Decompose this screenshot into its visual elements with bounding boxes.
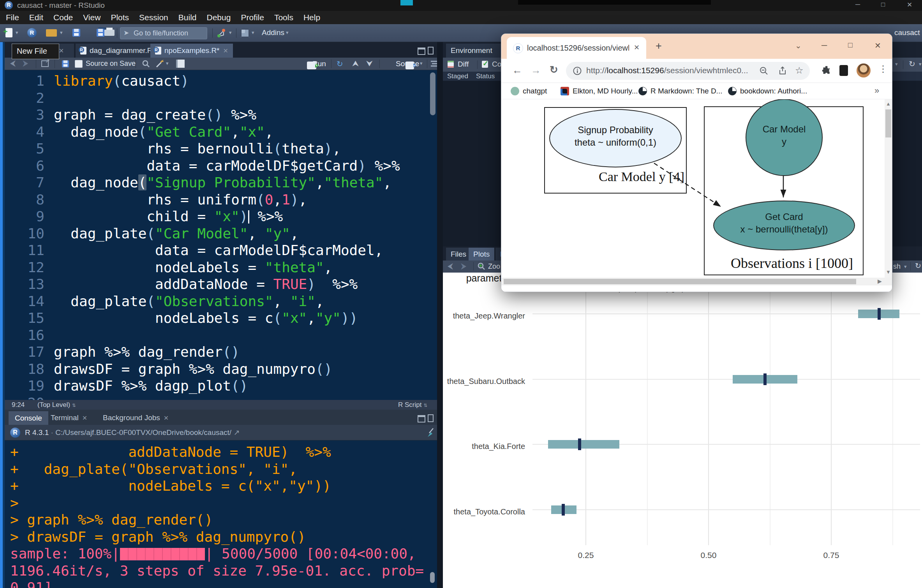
address-bar[interactable]: http://localhost:15296/session/viewhtmle… <box>566 62 810 80</box>
refresh-dropdown-icon[interactable]: ▾ <box>919 61 922 67</box>
print-icon[interactable] <box>104 30 115 36</box>
addins-label[interactable]: Addins <box>262 28 284 37</box>
addins-dropdown-icon[interactable]: ▾ <box>286 30 289 35</box>
magic-wand-icon[interactable] <box>155 59 164 69</box>
diff-button[interactable]: Diff <box>458 60 469 69</box>
source-label[interactable]: Source <box>396 60 419 68</box>
source-on-save-checkbox[interactable] <box>75 60 83 68</box>
code-line[interactable]: 7 dag_node("Signup Probability","theta", <box>5 174 437 191</box>
info-icon[interactable] <box>573 67 582 75</box>
menu-tools[interactable]: Tools <box>269 13 298 22</box>
console-scrollbar[interactable] <box>430 572 435 583</box>
browser-hscrollbar[interactable]: ▶ <box>501 278 892 285</box>
clear-console-broom-icon[interactable] <box>425 428 435 438</box>
down-arrow-icon[interactable]: ⮟ <box>366 59 373 68</box>
up-arrow-icon[interactable]: ⮝ <box>352 59 359 68</box>
browser-close-icon[interactable]: ✕ <box>874 41 881 50</box>
console-output[interactable]: + addDataNode = TRUE) %>%+ dag_plate("Ob… <box>5 440 437 588</box>
tab-close-icon[interactable]: ✕ <box>634 43 640 52</box>
close-tab-icon[interactable]: ✕ <box>223 48 228 54</box>
tab-background-jobs[interactable]: Background Jobs✕ <box>103 414 169 422</box>
open-file-icon[interactable] <box>46 29 57 37</box>
scope-selector[interactable]: (Top Level) ⇅ <box>37 401 76 409</box>
code-line[interactable]: 13 addDataNode = TRUE) %>% <box>5 276 437 293</box>
code-line[interactable]: 10 dag_plate("Car Model", "y", <box>5 225 437 242</box>
plot-forward-icon[interactable]: ⮞ <box>461 262 466 271</box>
bookmarks-overflow-icon[interactable]: » <box>874 86 879 96</box>
forward-icon[interactable]: ⮞ <box>23 59 28 68</box>
project-label[interactable]: causact <box>894 28 920 37</box>
menu-debug[interactable]: Debug <box>201 13 236 22</box>
tab-console[interactable]: Console <box>9 411 48 425</box>
save-icon[interactable] <box>62 60 69 67</box>
menu-plots[interactable]: Plots <box>106 13 134 22</box>
code-line[interactable]: 20 <box>5 394 437 400</box>
menu-build[interactable]: Build <box>173 13 202 22</box>
menu-code[interactable]: Code <box>48 13 78 22</box>
browser-menu-kebab-icon[interactable]: ⋮ <box>878 63 888 74</box>
browser-back-icon[interactable]: ← <box>512 64 522 76</box>
code-line[interactable]: 3graph = dag_create() %>% <box>5 106 437 123</box>
new-file-dropdown-icon[interactable]: ▾ <box>16 30 18 35</box>
bookmark-item[interactable]: chatgpt <box>511 86 547 97</box>
open-directory-icon[interactable]: ↗ <box>233 428 240 437</box>
browser-forward-icon[interactable]: → <box>531 64 541 76</box>
pane-minimize-icon[interactable] <box>418 48 425 55</box>
plot-refresh-icon[interactable]: ↻ <box>915 261 921 270</box>
open-file-dropdown-icon[interactable]: ▾ <box>60 30 63 35</box>
code-line[interactable]: 15 nodeLabels = c("x","y")) <box>5 310 437 327</box>
git-icon[interactable] <box>217 28 227 38</box>
git-dropdown-icon[interactable]: ▾ <box>229 30 232 35</box>
publish-label-fragment[interactable]: sh <box>893 262 901 271</box>
refresh-icon[interactable]: ↻ <box>909 59 915 69</box>
editor-scrollbar[interactable] <box>430 72 435 115</box>
code-line[interactable]: 8 rhs = uniform(0,1), <box>5 191 437 208</box>
zoom-plot-icon[interactable] <box>477 262 486 271</box>
code-editor[interactable]: 1library(causact)23graph = dag_create() … <box>5 70 437 400</box>
bookmark-item[interactable]: Elkton, MD Hourly... <box>561 86 638 97</box>
close-button[interactable]: ✕ <box>907 1 912 9</box>
tab-terminal[interactable]: Terminal✕ <box>51 414 87 422</box>
menu-edit[interactable]: Edit <box>24 13 48 22</box>
search-icon[interactable] <box>142 60 150 68</box>
column-staged[interactable]: Staged <box>447 72 468 80</box>
pane-divider[interactable] <box>437 42 443 588</box>
dag-node-get-card[interactable]: Get Card x ~ bernoulli(theta[y]) <box>713 201 855 250</box>
plot-back-icon[interactable]: ⮜ <box>448 262 453 271</box>
code-line[interactable]: 14 dag_plate("Observations", "i", <box>5 293 437 310</box>
browser-maximize-icon[interactable]: □ <box>848 41 852 49</box>
code-line[interactable]: 1library(causact) <box>5 72 437 90</box>
tab-plots[interactable]: Plots <box>469 248 494 261</box>
code-line[interactable]: 19drawsDF %>% dagp_plot() <box>5 377 437 394</box>
commit-button[interactable]: Co <box>492 60 501 69</box>
code-line[interactable]: 6 data = carModelDF$getCard) %>% <box>5 157 437 174</box>
code-line[interactable]: 9 child = "x") %>% <box>5 208 437 225</box>
extensions-puzzle-icon[interactable] <box>822 65 832 76</box>
compile-notebook-icon[interactable] <box>176 60 185 68</box>
vscroll-thumb[interactable] <box>885 109 891 137</box>
minimize-button[interactable]: ─ <box>855 1 860 9</box>
browser-active-tab[interactable]: R localhost:15296/session/viewhtm ✕ <box>507 37 646 59</box>
code-line[interactable]: 4 dag_node("Get Card","x", <box>5 123 437 141</box>
panes-dropdown-icon[interactable]: ▾ <box>252 30 254 35</box>
file-type-selector[interactable]: R Script ⇅ <box>398 401 427 409</box>
bookmark-item[interactable]: bookdown: Authori... <box>728 86 807 97</box>
bookmark-star-icon[interactable]: ☆ <box>795 65 804 76</box>
save-icon[interactable] <box>72 29 80 37</box>
run-label[interactable]: Run <box>312 60 326 68</box>
browser-minimize-icon[interactable]: ─ <box>822 41 827 50</box>
editor-tab-npoexamples[interactable]: npoExamples.R*✕ <box>150 44 233 58</box>
new-project-icon[interactable]: R <box>27 28 37 37</box>
goto-file-search[interactable]: ➤ Go to file/function <box>120 27 207 39</box>
profile-avatar[interactable] <box>857 63 871 77</box>
wand-dropdown-icon[interactable]: ▾ <box>166 60 169 66</box>
code-line[interactable]: 2 <box>5 90 437 107</box>
pane-maximize-icon[interactable] <box>428 414 434 422</box>
browser-vscrollbar[interactable]: ▲ ▼ <box>885 99 892 278</box>
menu-view[interactable]: View <box>78 13 106 22</box>
hscroll-thumb[interactable] <box>504 279 856 284</box>
column-status[interactable]: Status <box>476 72 495 80</box>
pane-maximize-icon[interactable] <box>428 47 434 55</box>
tab-search-chevron-icon[interactable]: ⌄ <box>795 41 802 50</box>
bookmark-item[interactable]: R Markdown: The D... <box>638 86 722 97</box>
